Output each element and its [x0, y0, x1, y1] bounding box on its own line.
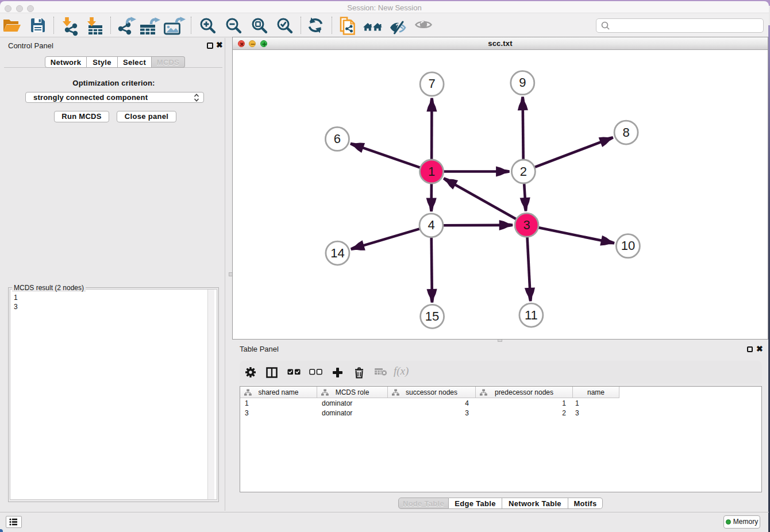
svg-text:1: 1 [428, 164, 435, 179]
svg-text:6: 6 [334, 132, 341, 146]
svg-text:8: 8 [622, 125, 629, 140]
svg-text:9: 9 [519, 75, 526, 90]
svg-text:7: 7 [428, 76, 435, 91]
svg-text:10: 10 [621, 238, 635, 253]
svg-text:11: 11 [525, 308, 538, 322]
svg-text:4: 4 [428, 218, 434, 232]
svg-text:2: 2 [520, 164, 527, 179]
svg-text:3: 3 [523, 218, 530, 232]
svg-text:14: 14 [330, 246, 344, 260]
svg-text:15: 15 [425, 309, 439, 323]
